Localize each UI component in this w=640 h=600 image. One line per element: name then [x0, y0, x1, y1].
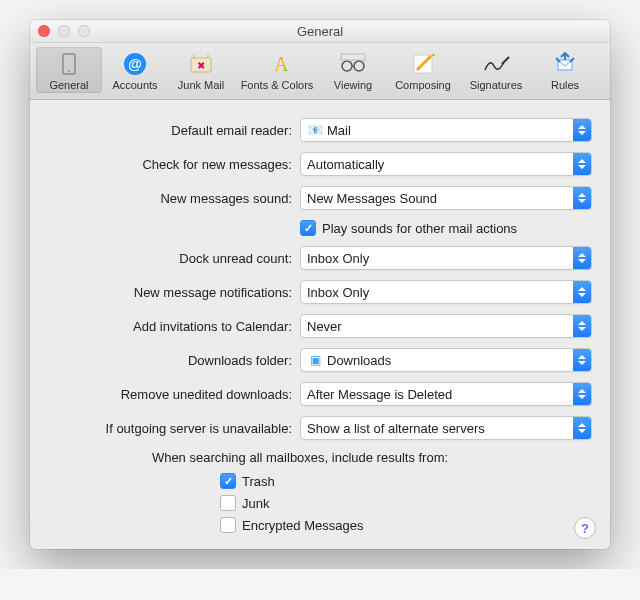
svg-text:@: @ [128, 56, 142, 72]
select-value: Never [307, 319, 573, 334]
label-trash: Trash [242, 474, 275, 489]
svg-text:✖: ✖ [197, 60, 205, 71]
help-button[interactable]: ? [574, 517, 596, 539]
search-section-title: When searching all mailboxes, include re… [30, 450, 592, 465]
chevron-updown-icon [573, 349, 591, 371]
close-icon[interactable] [38, 25, 50, 37]
composing-icon [408, 51, 438, 77]
row-notifications: New message notifications: Inbox Only [48, 280, 592, 304]
label-outgoing-unavailable: If outgoing server is unavailable: [48, 421, 300, 436]
chevron-updown-icon [573, 383, 591, 405]
tab-label: Junk Mail [178, 79, 224, 91]
preferences-window: General General @ Accounts ✖ Junk Mail A… [30, 20, 610, 549]
tab-composing[interactable]: Composing [386, 47, 460, 93]
checkbox-junk[interactable] [220, 495, 236, 511]
svg-point-9 [342, 61, 352, 71]
select-outgoing-unavailable[interactable]: Show a list of alternate servers [300, 416, 592, 440]
select-value: Inbox Only [307, 251, 573, 266]
tab-label: Composing [395, 79, 451, 91]
row-dock-unread: Dock unread count: Inbox Only [48, 246, 592, 270]
select-value: Automatically [307, 157, 573, 172]
label-invitations: Add invitations to Calendar: [48, 319, 300, 334]
select-new-sound[interactable]: New Messages Sound [300, 186, 592, 210]
svg-line-20 [570, 58, 574, 62]
svg-point-10 [354, 61, 364, 71]
row-play-sounds: Play sounds for other mail actions [48, 220, 592, 236]
tab-label: Viewing [334, 79, 372, 91]
label-notifications: New message notifications: [48, 285, 300, 300]
select-notifications[interactable]: Inbox Only [300, 280, 592, 304]
label-remove-downloads: Remove unedited downloads: [48, 387, 300, 402]
select-invitations[interactable]: Never [300, 314, 592, 338]
label-encrypted: Encrypted Messages [242, 518, 363, 533]
label-new-sound: New messages sound: [48, 191, 300, 206]
help-icon: ? [581, 521, 589, 536]
chevron-updown-icon [573, 119, 591, 141]
mail-app-icon: 📧 [307, 122, 323, 138]
checkbox-play-sounds[interactable] [300, 220, 316, 236]
select-check-messages[interactable]: Automatically [300, 152, 592, 176]
select-value: New Messages Sound [307, 191, 573, 206]
row-downloads-folder: Downloads folder: ▣ Downloads [48, 348, 592, 372]
select-dock-unread[interactable]: Inbox Only [300, 246, 592, 270]
tab-fonts-colors[interactable]: A Fonts & Colors [234, 47, 320, 93]
select-value: Show a list of alternate servers [307, 421, 573, 436]
svg-text:A: A [274, 53, 289, 75]
select-value: Inbox Only [307, 285, 573, 300]
checkbox-trash[interactable] [220, 473, 236, 489]
tab-accounts[interactable]: @ Accounts [102, 47, 168, 93]
window-title: General [30, 24, 610, 39]
chevron-updown-icon [573, 187, 591, 209]
tab-rules[interactable]: Rules [532, 47, 598, 93]
select-value: After Message is Deleted [307, 387, 573, 402]
fonts-colors-icon: A [262, 51, 292, 77]
junk-mail-icon: ✖ [186, 51, 216, 77]
folder-icon: ▣ [307, 352, 323, 368]
label-default-reader: Default email reader: [48, 123, 300, 138]
minimize-icon[interactable] [58, 25, 70, 37]
chevron-updown-icon [573, 315, 591, 337]
select-downloads-folder[interactable]: ▣ Downloads [300, 348, 592, 372]
row-check-messages: Check for new messages: Automatically [48, 152, 592, 176]
label-dock-unread: Dock unread count: [48, 251, 300, 266]
row-search-junk: Junk [220, 495, 592, 511]
tab-label: Signatures [470, 79, 523, 91]
tab-label: Rules [551, 79, 579, 91]
select-remove-downloads[interactable]: After Message is Deleted [300, 382, 592, 406]
label-check-messages: Check for new messages: [48, 157, 300, 172]
signatures-icon [481, 51, 511, 77]
preferences-toolbar: General @ Accounts ✖ Junk Mail A Fonts &… [30, 43, 610, 100]
row-default-reader: Default email reader: 📧 Mail [48, 118, 592, 142]
tab-label: Fonts & Colors [241, 79, 314, 91]
row-search-encrypted: Encrypted Messages [220, 517, 592, 533]
row-outgoing-unavailable: If outgoing server is unavailable: Show … [48, 416, 592, 440]
chevron-updown-icon [573, 417, 591, 439]
row-search-trash: Trash [220, 473, 592, 489]
titlebar: General [30, 20, 610, 43]
svg-rect-12 [341, 54, 365, 60]
zoom-icon[interactable] [78, 25, 90, 37]
select-value: Mail [327, 123, 573, 138]
tab-label: General [49, 79, 88, 91]
search-options: Trash Junk Encrypted Messages [220, 473, 592, 533]
label-junk: Junk [242, 496, 269, 511]
svg-line-16 [502, 57, 509, 64]
select-default-reader[interactable]: 📧 Mail [300, 118, 592, 142]
chevron-updown-icon [573, 281, 591, 303]
row-new-sound: New messages sound: New Messages Sound [48, 186, 592, 210]
tab-signatures[interactable]: Signatures [460, 47, 532, 93]
chevron-updown-icon [573, 153, 591, 175]
checkbox-encrypted[interactable] [220, 517, 236, 533]
window-controls [38, 25, 90, 37]
accounts-icon: @ [120, 51, 150, 77]
content-pane: Default email reader: 📧 Mail Check for n… [30, 100, 610, 549]
general-icon [54, 51, 84, 77]
tab-viewing[interactable]: Viewing [320, 47, 386, 93]
rules-icon [550, 51, 580, 77]
chevron-updown-icon [573, 247, 591, 269]
tab-label: Accounts [112, 79, 157, 91]
tab-general[interactable]: General [36, 47, 102, 93]
tab-junk-mail[interactable]: ✖ Junk Mail [168, 47, 234, 93]
svg-line-19 [556, 58, 560, 62]
label-play-sounds: Play sounds for other mail actions [322, 221, 517, 236]
